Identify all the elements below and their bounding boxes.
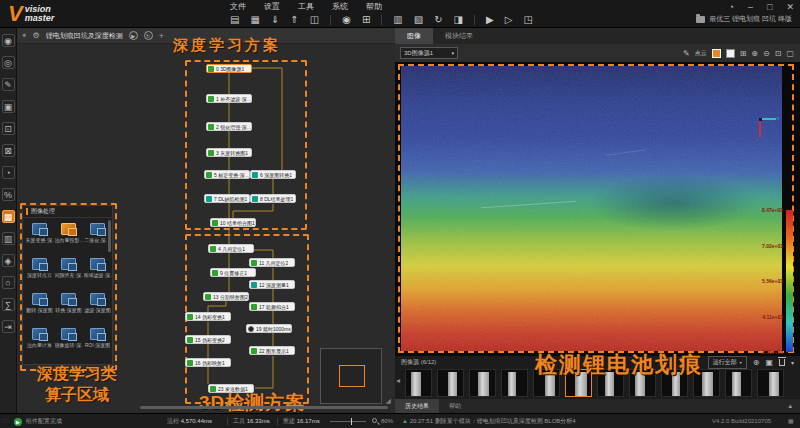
- global-script-icon[interactable]: ◳: [523, 13, 532, 27]
- window-layout-icon[interactable]: ◫: [310, 13, 319, 27]
- draw-tool-icon[interactable]: ✎: [683, 49, 690, 58]
- menu-item-帮助[interactable]: 帮助: [366, 1, 382, 13]
- expand-history-icon[interactable]: ▴: [788, 402, 792, 410]
- save-icon[interactable]: ▤: [230, 13, 239, 27]
- image-viewport[interactable]: xy 8.47e+037.02e+035.56e+034.11e+032.66e…: [395, 62, 800, 356]
- history-tab-历史结果[interactable]: 历史结果: [395, 399, 439, 413]
- menu-item-工具[interactable]: 工具: [298, 1, 314, 13]
- flow-node[interactable]: 9 位置修正1: [210, 268, 256, 277]
- fit-view-icon[interactable]: ⊞: [740, 49, 747, 58]
- flow-node[interactable]: 3 灰度转换图1: [206, 148, 252, 157]
- run-once-icon[interactable]: ▶: [486, 13, 494, 27]
- flow-node[interactable]: 0 3D图像源1: [206, 64, 252, 73]
- flow-node[interactable]: 15 伪彩变换2: [185, 335, 231, 344]
- palette-operator[interactable]: 镜像旋转·深…: [54, 325, 83, 360]
- menu-item-文件[interactable]: 文件: [230, 1, 246, 13]
- layers-icon[interactable]: ▣: [2, 100, 15, 113]
- fullscreen-icon[interactable]: ▢: [786, 49, 794, 58]
- palette-operator[interactable]: 灰度变换·深…: [25, 220, 54, 255]
- flow-node[interactable]: 17 轮廓拟合1: [249, 302, 295, 311]
- deep-learning-icon[interactable]: ▦: [2, 210, 15, 223]
- locate-icon[interactable]: ◎: [2, 56, 15, 69]
- palette-operator[interactable]: 频域滤波·深…: [83, 255, 112, 290]
- flow-node[interactable]: 10 结果组合图1: [210, 218, 256, 227]
- filmstrip-thumbnail[interactable]: [501, 369, 528, 397]
- flow-node[interactable]: 5 标定变换·深…: [204, 170, 250, 179]
- open-icon[interactable]: ▦: [250, 13, 259, 27]
- status-log[interactable]: ▲ 20:27:51 删除某个模块：锂电划痕凹坑及深度检测.BLOB分析4: [402, 414, 576, 428]
- close-icon[interactable]: ✕: [786, 1, 794, 13]
- camera-source-icon[interactable]: ◉: [2, 34, 15, 47]
- filmstrip-scroll-left-icon[interactable]: ◂: [396, 376, 400, 385]
- canvas-horizontal-scrollbar[interactable]: [140, 406, 388, 409]
- communication-icon[interactable]: ▥: [393, 13, 402, 27]
- output-icon[interactable]: ⇥: [2, 320, 15, 333]
- filmstrip-thumbnail[interactable]: [757, 369, 784, 397]
- filmstrip-thumbnail[interactable]: [437, 369, 464, 397]
- flow-node[interactable]: 11 几何定位2: [249, 258, 295, 267]
- zoom-out-icon[interactable]: ⊖: [763, 49, 770, 58]
- color-swatch-orange[interactable]: [712, 49, 721, 58]
- project-name[interactable]: 最优三 锂电划痕 凹坑 终版: [696, 14, 792, 24]
- export-icon[interactable]: ⇑: [290, 13, 298, 27]
- tab-图像[interactable]: 图像: [395, 28, 433, 44]
- recent-icon[interactable]: ◔: [729, 1, 734, 13]
- refresh-icon[interactable]: ↻: [434, 13, 442, 27]
- zoom-slider[interactable]: [330, 421, 366, 422]
- point-cloud-toggle[interactable]: 点云: [695, 49, 707, 58]
- palette-scrollbar[interactable]: [108, 220, 111, 252]
- import-icon[interactable]: ⇓: [271, 13, 279, 27]
- resize-handle-icon[interactable]: ◢: [386, 397, 391, 405]
- run-all-button[interactable]: 运行全部▾: [708, 356, 747, 369]
- maximize-icon[interactable]: □: [767, 1, 772, 13]
- filmstrip-thumbnail[interactable]: [469, 369, 496, 397]
- minimap[interactable]: ◢: [320, 348, 382, 404]
- palette-operator[interactable]: 翻转·深度图: [25, 290, 54, 325]
- flow-node[interactable]: 2 锐化增强·深…: [206, 122, 252, 131]
- grip-icon[interactable]: ∷: [3, 414, 8, 428]
- image-edit-icon[interactable]: ✎: [2, 78, 15, 91]
- color-analysis-icon[interactable]: ◔: [2, 166, 15, 179]
- minimize-icon[interactable]: –: [748, 1, 753, 13]
- menu-item-系统[interactable]: 系统: [332, 1, 348, 13]
- add-folder-icon[interactable]: ▣: [765, 358, 773, 368]
- palette-operator[interactable]: 间隙填充·深…: [54, 255, 83, 290]
- calibration-icon[interactable]: ⊞: [362, 13, 370, 27]
- menu-item-设置[interactable]: 设置: [264, 1, 280, 13]
- calculator-icon[interactable]: ∑: [2, 298, 15, 311]
- flow-node[interactable]: 12 深度测量1: [249, 280, 295, 289]
- palette-operator[interactable]: 法向量计算: [25, 325, 54, 360]
- flow-node[interactable]: 4 几何定位1: [208, 244, 254, 253]
- tab-模块结果[interactable]: 模块结果: [433, 28, 485, 44]
- flow-node[interactable]: 7 DL缺陷检测1: [204, 194, 250, 203]
- flow-node[interactable]: 1 补齐滤波·深…: [206, 94, 252, 103]
- palette-operator[interactable]: 滤波·深度图: [83, 290, 112, 325]
- delete-image-icon[interactable]: [779, 359, 785, 366]
- flow-node[interactable]: 6 深度图转换1: [250, 170, 296, 179]
- timing-icon[interactable]: ○: [2, 276, 15, 289]
- monitor-icon[interactable]: ▦: [788, 414, 794, 428]
- flow-node[interactable]: 13 分割映射图2: [203, 292, 249, 301]
- palette-operator[interactable]: 深度转点云: [25, 255, 54, 290]
- one-to-one-icon[interactable]: ⊡: [775, 49, 782, 58]
- flow-node[interactable]: 8 DL结果处理1: [250, 194, 296, 203]
- filmstrip-thumbnail[interactable]: [405, 369, 432, 397]
- history-tab-帮助[interactable]: 帮助: [439, 399, 471, 413]
- dictionary-icon[interactable]: ▧: [414, 13, 423, 27]
- zoom-in-icon[interactable]: ⊕: [751, 49, 758, 58]
- flow-node[interactable]: 19 延时1000ms: [246, 324, 292, 333]
- flow-node[interactable]: 16 伪彩映射1: [185, 358, 231, 367]
- add-image-icon[interactable]: ⊕: [753, 358, 760, 368]
- image-source-select[interactable]: 3D图像源1▾: [400, 47, 458, 59]
- transform-icon[interactable]: ⊠: [2, 144, 15, 157]
- palette-operator[interactable]: 转换·深度图: [54, 290, 83, 325]
- filmstrip-thumbnail[interactable]: [725, 369, 752, 397]
- color-swatch-white[interactable]: [726, 49, 735, 58]
- chart-icon[interactable]: ▥: [2, 232, 15, 245]
- palette-operator[interactable]: ROI·深度图: [83, 325, 112, 360]
- palette-operator[interactable]: 法向量投影…: [54, 220, 83, 255]
- flow-node[interactable]: 22 图形显示1: [249, 346, 295, 355]
- camera-icon[interactable]: ◉: [342, 13, 351, 27]
- collapse-filmstrip-icon[interactable]: ▾: [791, 358, 794, 368]
- flow-node[interactable]: 14 伪彩变换1: [185, 312, 231, 321]
